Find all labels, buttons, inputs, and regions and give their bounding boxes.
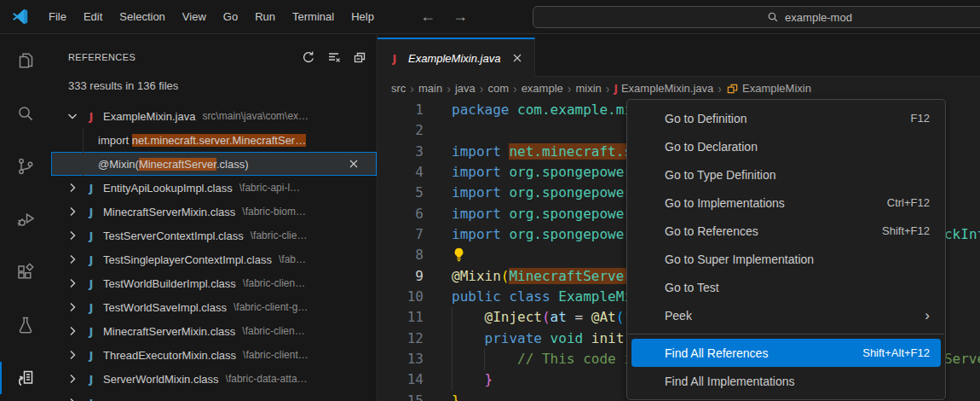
activity-extensions[interactable] — [0, 246, 51, 299]
match-highlight: net.minecraft.server.MinecraftSer… — [132, 134, 306, 147]
menu-item-go-to-definition[interactable]: Go to DefinitionF12 — [631, 104, 941, 132]
breadcrumb-src[interactable]: src — [391, 82, 406, 95]
vscode-logo-icon — [11, 8, 29, 26]
menu-item-go-to-test[interactable]: Go to Test — [631, 273, 941, 301]
breadcrumb-java[interactable]: java — [455, 82, 476, 95]
menu-edit[interactable]: Edit — [75, 7, 111, 26]
menu-item-go-to-declaration[interactable]: Go to Declaration — [631, 132, 941, 160]
reference-file-row[interactable]: JExampleMixin.javasrc\main\java\com\ex… — [51, 104, 377, 128]
menu-item-find-all-implementations[interactable]: Find All Implementations — [631, 367, 941, 395]
menu-item-label: Find All References — [665, 346, 768, 360]
indent-guide — [484, 349, 485, 370]
reference-file-row[interactable]: J — [51, 391, 377, 401]
activity-explorer[interactable] — [0, 34, 51, 87]
reference-file-row[interactable]: JEntityApiLookupImpl.class\fabric-api-l… — [51, 176, 377, 200]
menu-file[interactable]: File — [40, 7, 75, 26]
tab-label: ExampleMixin.java — [408, 52, 500, 65]
java-file-icon: J — [84, 230, 98, 242]
references-tree: JExampleMixin.javasrc\main\java\com\ex…i… — [51, 104, 377, 401]
tab-examplemixin-java[interactable]: J ExampleMixin.java — [378, 38, 535, 77]
reference-file-row[interactable]: JTestSingleplayerContextImpl.class\fab… — [51, 247, 377, 271]
breadcrumb-example[interactable]: example — [522, 82, 563, 95]
file-path: \fabric-clien… — [242, 325, 372, 337]
menu-selection[interactable]: Selection — [111, 7, 173, 26]
source-control-icon — [15, 156, 36, 177]
go-back-icon[interactable]: ← — [420, 8, 435, 26]
reference-file-row[interactable]: JTestWorldSaveImpl.class\fabric-client-g… — [51, 295, 377, 319]
file-name: TestServerContextImpl.class — [103, 230, 244, 242]
line-number: 5 — [378, 183, 424, 203]
sidebar-actions — [300, 49, 368, 66]
run-and-debug-icon — [15, 209, 36, 230]
menu-help[interactable]: Help — [343, 7, 383, 26]
chevron-right-icon — [66, 372, 79, 386]
file-name: MinecraftServerMixin.class — [103, 206, 235, 218]
reference-file-row[interactable]: JThreadExecutorMixin.class\fabric-client… — [51, 343, 377, 367]
explorer-icon — [15, 50, 36, 71]
menu-item-go-to-super-implementation[interactable]: Go to Super Implementation — [631, 245, 941, 273]
menu-item-find-all-references[interactable]: Find All ReferencesShift+Alt+F12 — [631, 339, 941, 367]
reference-file-row[interactable]: JMinecraftServerMixin.class\fabric-biom… — [51, 200, 377, 224]
activity-source-control[interactable] — [0, 140, 51, 193]
references-icon — [15, 368, 36, 388]
chevron-right-icon — [66, 348, 79, 362]
close-icon[interactable] — [347, 157, 360, 171]
line-number: 4 — [378, 162, 424, 183]
breadcrumb-label: ExampleMixin — [742, 82, 811, 95]
line-number: 11 — [378, 307, 424, 328]
menu-item-go-to-implementations[interactable]: Go to ImplementationsCtrl+F12 — [631, 189, 941, 217]
sidebar-header: REFERENCES — [51, 42, 377, 73]
menu-go[interactable]: Go — [215, 7, 246, 26]
go-forward-icon[interactable]: → — [453, 8, 468, 26]
activity-testing[interactable] — [0, 299, 51, 352]
breadcrumb-examplemixin[interactable]: ExampleMixin — [726, 82, 811, 95]
activity-search[interactable] — [0, 87, 51, 140]
reference-file-row[interactable]: JTestWorldBuilderImpl.class\fabric-clien… — [51, 271, 377, 295]
close-icon[interactable] — [510, 51, 524, 65]
menu-item-label: Go to Test — [665, 281, 719, 294]
file-path: \fabric-client… — [243, 349, 372, 361]
clear-results-icon[interactable] — [326, 49, 343, 66]
submenu-chevron-icon: › — [925, 308, 930, 323]
indent-guide — [452, 307, 453, 391]
collapse-all-icon[interactable] — [351, 49, 368, 66]
java-file-icon: J — [84, 397, 98, 401]
activity-references[interactable] — [0, 352, 51, 401]
reference-row[interactable]: import net.minecraft.server.MinecraftSer… — [51, 128, 377, 152]
chevron-right-icon — [66, 324, 79, 338]
reference-file-row[interactable]: JTestServerContextImpl.class\fabric-clie… — [51, 224, 377, 247]
activity-run-debug[interactable] — [0, 193, 51, 246]
menu-item-peek[interactable]: Peek› — [631, 301, 941, 329]
chevron-right-icon — [66, 300, 79, 314]
menu-item-go-to-references[interactable]: Go to ReferencesShift+F12 — [631, 217, 941, 245]
line-number: 9 — [378, 266, 424, 287]
line-number: 7 — [378, 224, 424, 245]
lightbulb-icon[interactable] — [452, 247, 466, 262]
chevron-right-icon — [66, 181, 79, 195]
breadcrumb-main[interactable]: main — [418, 82, 442, 95]
line-number: 6 — [378, 204, 424, 224]
menu-shortcut: Ctrl+F12 — [887, 196, 930, 209]
file-path: src\main\java\com\ex… — [202, 110, 372, 122]
breadcrumb-label: java — [455, 82, 476, 95]
breadcrumb-separator: › — [568, 82, 572, 96]
breadcrumb-separator: › — [513, 82, 517, 96]
menu-item-label: Peek — [665, 309, 692, 323]
refresh-icon[interactable] — [300, 49, 317, 66]
line-number: 8 — [378, 245, 424, 265]
menu-view[interactable]: View — [174, 7, 215, 26]
reference-row[interactable]: @Mixin(MinecraftServer.class) — [51, 152, 377, 176]
menu-item-go-to-type-definition[interactable]: Go to Type Definition — [631, 160, 941, 189]
reference-file-row[interactable]: JMinecraftServerMixin.class\fabric-clien… — [51, 319, 377, 343]
menu-item-label: Go to References — [665, 224, 758, 238]
line-number: 15 — [378, 391, 424, 401]
command-center-search[interactable]: example-mod — [533, 6, 980, 28]
breadcrumb-mixin[interactable]: mixin — [575, 82, 601, 95]
file-path: \fab… — [279, 253, 372, 265]
menu-terminal[interactable]: Terminal — [284, 7, 343, 26]
reference-file-row[interactable]: JServerWorldMixin.class\fabric-data-atta… — [51, 367, 377, 391]
breadcrumb-examplemixin-java[interactable]: JExampleMixin.java — [614, 82, 713, 95]
breadcrumb-com[interactable]: com — [487, 82, 509, 95]
menu-run[interactable]: Run — [246, 7, 284, 26]
java-file-icon: J — [614, 83, 617, 95]
